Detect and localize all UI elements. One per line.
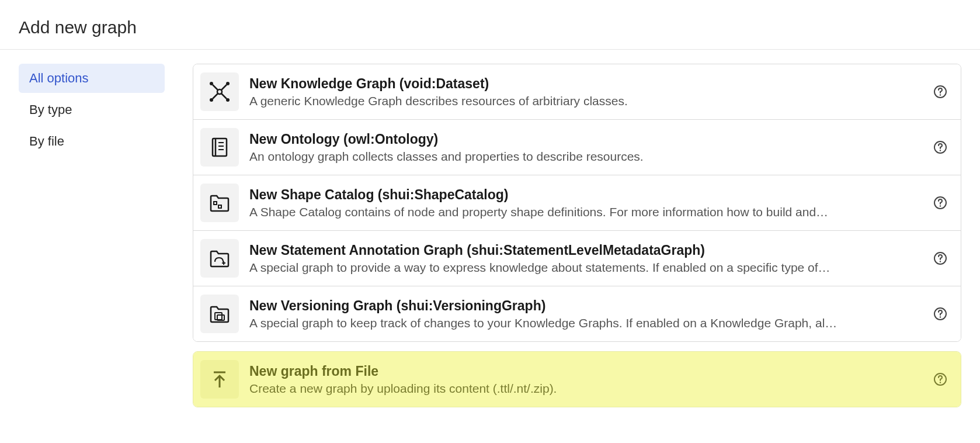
- option-row[interactable]: New Versioning Graph (shui:VersioningGra…: [193, 286, 961, 341]
- folder-annotation-icon: [200, 239, 239, 278]
- sidebar-item-by-type[interactable]: By type: [19, 95, 165, 124]
- option-title: New Knowledge Graph (void:Dataset): [249, 76, 921, 92]
- option-description: A generic Knowledge Graph describes reso…: [249, 94, 921, 108]
- help-icon[interactable]: [932, 371, 949, 388]
- option-text: New graph from FileCreate a new graph by…: [249, 364, 921, 396]
- option-text: New Statement Annotation Graph (shui:Sta…: [249, 243, 921, 275]
- sidebar-item-label: All options: [29, 71, 89, 85]
- option-text: New Shape Catalog (shui:ShapeCatalog)A S…: [249, 187, 921, 219]
- option-description: A special graph to provide a way to expr…: [249, 261, 921, 275]
- sidebar-item-label: By type: [29, 102, 72, 117]
- option-description: A special graph to keep track of changes…: [249, 316, 921, 330]
- option-title: New Statement Annotation Graph (shui:Sta…: [249, 243, 921, 258]
- help-icon[interactable]: [932, 305, 949, 323]
- option-row[interactable]: New Shape Catalog (shui:ShapeCatalog)A S…: [193, 175, 961, 230]
- option-title: New Versioning Graph (shui:VersioningGra…: [249, 298, 921, 314]
- dialog-body: All optionsBy typeBy file New Knowledge …: [0, 50, 980, 440]
- option-row[interactable]: New Knowledge Graph (void:Dataset)A gene…: [193, 64, 961, 119]
- help-icon[interactable]: [932, 83, 949, 101]
- sidebar-item-by-file[interactable]: By file: [19, 127, 165, 156]
- option-description: Create a new graph by uploading its cont…: [249, 382, 921, 396]
- option-text: New Ontology (owl:Ontology)An ontology g…: [249, 131, 921, 164]
- option-row[interactable]: New graph from FileCreate a new graph by…: [193, 352, 961, 407]
- option-description: A Shape Catalog contains of node and pro…: [249, 205, 921, 219]
- option-group: New Knowledge Graph (void:Dataset)A gene…: [193, 64, 961, 342]
- option-row[interactable]: New Ontology (owl:Ontology)An ontology g…: [193, 119, 961, 175]
- option-description: An ontology graph collects classes and p…: [249, 150, 921, 164]
- help-icon[interactable]: [932, 194, 949, 212]
- folder-shapes-icon: [200, 184, 239, 222]
- option-text: New Versioning Graph (shui:VersioningGra…: [249, 298, 921, 330]
- sidebar-item-label: By file: [29, 134, 64, 148]
- ontology-book-icon: [200, 128, 239, 167]
- options-panel: New Knowledge Graph (void:Dataset)A gene…: [193, 64, 961, 417]
- help-icon[interactable]: [932, 250, 949, 267]
- option-group: New graph from FileCreate a new graph by…: [193, 351, 961, 407]
- option-text: New Knowledge Graph (void:Dataset)A gene…: [249, 76, 921, 108]
- network-graph-icon: [200, 72, 239, 111]
- dialog-title: Add new graph: [19, 18, 980, 37]
- upload-icon: [200, 360, 239, 399]
- option-row[interactable]: New Statement Annotation Graph (shui:Sta…: [193, 230, 961, 286]
- sidebar: All optionsBy typeBy file: [19, 64, 165, 417]
- help-icon[interactable]: [932, 139, 949, 156]
- option-title: New Shape Catalog (shui:ShapeCatalog): [249, 187, 921, 203]
- dialog-header: Add new graph: [0, 0, 980, 50]
- sidebar-item-all-options[interactable]: All options: [19, 64, 165, 93]
- option-title: New graph from File: [249, 364, 921, 379]
- folder-versioning-icon: [200, 295, 239, 333]
- option-title: New Ontology (owl:Ontology): [249, 131, 921, 147]
